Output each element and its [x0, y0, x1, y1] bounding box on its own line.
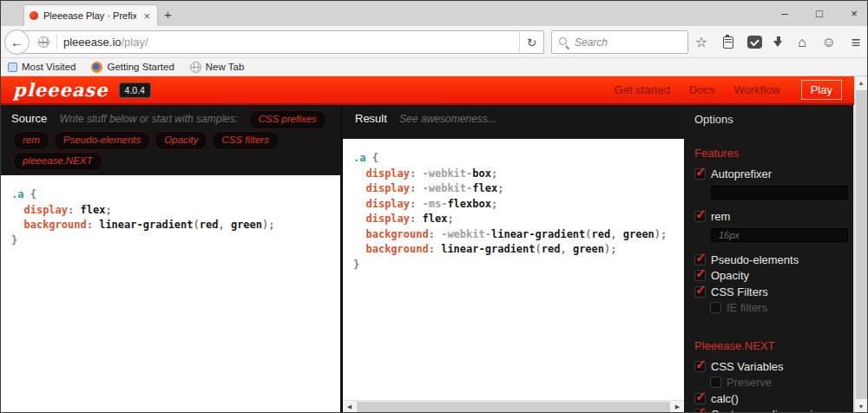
option-label: Pseudo-elements — [711, 253, 799, 266]
option-pseudo-elements[interactable]: ✓Pseudo-elements — [694, 252, 845, 268]
back-button[interactable]: ← — [4, 30, 30, 55]
check-icon: ✓ — [695, 390, 707, 403]
source-title: Source — [11, 112, 47, 125]
download-icon[interactable] — [773, 36, 783, 48]
options-groups: Features✓Autoprefixer✓rem✓Pseudo-element… — [694, 147, 845, 413]
url-bar[interactable]: pleeease.io/play/ ↻ — [18, 30, 544, 54]
code-line: display: -webkit-flex; — [353, 181, 684, 197]
page-vertical-scrollbar[interactable]: ▲ ▼ — [854, 76, 867, 413]
minimize-button[interactable]: – — [779, 7, 791, 20]
scrollbar-thumb[interactable] — [357, 402, 670, 413]
nav-link-docs[interactable]: Docs — [689, 83, 715, 96]
checkbox-autoprefixer[interactable]: ✓ — [694, 168, 706, 180]
scrollbar-thumb[interactable] — [856, 90, 867, 399]
code-line: .a { — [11, 187, 340, 203]
sample-rem[interactable]: rem — [13, 131, 49, 150]
source-panel: Source Write stuff below or start with s… — [1, 105, 343, 413]
new-tab-button[interactable]: + — [164, 8, 172, 21]
scroll-up-icon[interactable]: ▲ — [855, 76, 868, 89]
option-label: Custom media-queries — [711, 408, 825, 413]
result-horizontal-scrollbar[interactable]: ◀ ▶ — [343, 400, 684, 413]
result-code-view[interactable]: .a { display: -webkit-box; display: -web… — [343, 139, 684, 413]
url-path: /play/ — [122, 36, 148, 49]
sample-css-filters[interactable]: CSS filters — [212, 131, 278, 150]
site-header: pleeease 4.0.4 Get startedDocsWorkflow P… — [1, 76, 854, 105]
nav-link-get-started[interactable]: Get started — [615, 83, 670, 96]
option-label: rem — [711, 210, 730, 223]
code-line: background: -webkit-linear-gradient(red,… — [353, 227, 684, 243]
home-icon[interactable]: ⌂ — [794, 35, 810, 50]
result-panel: Result See awesomeness... .a { display: … — [343, 105, 684, 413]
bookmark-most-visited[interactable]: Most Visited — [8, 62, 76, 72]
firefox-icon — [91, 62, 102, 73]
bookmarks-clipboard-icon[interactable] — [723, 36, 733, 49]
play-nav-button[interactable]: Play — [801, 80, 842, 100]
menu-hamburger-icon[interactable]: ≡ — [848, 35, 864, 50]
checkbox-pseudo-elements[interactable]: ✓ — [694, 254, 706, 266]
result-title: Result — [355, 112, 387, 125]
sample-opacity[interactable]: Opacity — [155, 131, 207, 150]
search-input[interactable]: Search — [551, 30, 688, 54]
bookmark-star-icon[interactable]: ☆ — [694, 35, 709, 50]
most-visited-icon — [8, 62, 17, 72]
options-group-pleeease-next: Pleeease.NEXT✓CSS VariablesPreserve✓calc… — [694, 339, 845, 413]
option-css-filters[interactable]: ✓CSS Filters — [694, 284, 845, 300]
search-icon — [559, 37, 569, 48]
close-button[interactable]: × — [848, 7, 860, 20]
check-icon: ✓ — [695, 207, 707, 220]
check-icon: ✓ — [695, 357, 707, 370]
pleeease-logo[interactable]: pleeease — [13, 79, 108, 101]
option-label: Opacity — [711, 269, 749, 282]
checkbox-calc[interactable]: ✓ — [694, 393, 706, 404]
pleeease-app: pleeease 4.0.4 Get startedDocsWorkflow P… — [1, 76, 854, 413]
sample-pseudo-elements[interactable]: Pseudo-elements — [54, 131, 151, 150]
browser-tab[interactable]: Pleeease Play · Prefix CSS3... × — [23, 4, 158, 26]
smiley-icon[interactable]: ☺ — [821, 35, 837, 50]
bookmark-getting-started[interactable]: Getting Started — [91, 62, 174, 73]
bookmark-new-tab[interactable]: New Tab — [190, 62, 245, 73]
option-input-rem[interactable] — [711, 228, 848, 242]
checkbox-rem[interactable]: ✓ — [694, 211, 706, 222]
sample-pleeease-next[interactable]: pleeease.NEXT — [13, 152, 102, 171]
scroll-right-icon[interactable]: ▶ — [671, 403, 684, 410]
option-opacity[interactable]: ✓Opacity — [694, 268, 845, 285]
code-line: } — [11, 233, 340, 249]
reload-button[interactable]: ↻ — [519, 31, 543, 53]
nav-links: Get startedDocsWorkflow — [615, 83, 780, 96]
bookmarks-bar: Most Visited Getting Started New Tab — [1, 58, 867, 76]
source-code-editor[interactable]: .a { display: flex; background: linear-g… — [1, 175, 340, 413]
url-text[interactable]: pleeease.io/play/ — [63, 36, 148, 49]
option-css-variables[interactable]: ✓CSS Variables — [694, 358, 845, 375]
check-icon: ✓ — [695, 405, 707, 413]
checkbox-css-filters[interactable]: ✓ — [694, 286, 706, 298]
check-icon: ✓ — [695, 266, 707, 279]
option-label: CSS Filters — [711, 285, 768, 298]
code-line: background: linear-gradient(red, green); — [353, 242, 684, 258]
option-custom-media-queries[interactable]: ✓Custom media-queries — [694, 407, 845, 413]
version-badge: 4.0.4 — [119, 82, 151, 98]
bookmark-label: Most Visited — [22, 62, 76, 72]
maximize-button[interactable]: □ — [813, 7, 825, 20]
code-line: display: flex; — [353, 212, 684, 227]
favicon-icon — [30, 11, 38, 20]
options-heading-features: Features — [694, 147, 845, 160]
option-preserve[interactable]: Preserve — [710, 375, 845, 391]
sample-css-prefixes[interactable]: CSS prefixes — [249, 110, 326, 129]
scroll-down-icon[interactable]: ▼ — [855, 400, 868, 413]
tab-close-icon[interactable]: × — [141, 10, 152, 23]
option-rem[interactable]: ✓rem — [694, 209, 845, 226]
checkbox-custom-media-queries[interactable]: ✓ — [694, 409, 706, 413]
nav-link-workflow[interactable]: Workflow — [733, 83, 779, 96]
option-calc[interactable]: ✓calc() — [694, 390, 845, 407]
checkbox-ie-filters[interactable] — [710, 302, 721, 313]
checkbox-opacity[interactable]: ✓ — [694, 270, 706, 281]
checkbox-css-variables[interactable]: ✓ — [694, 361, 706, 372]
pocket-icon[interactable] — [747, 36, 762, 49]
option-autoprefixer[interactable]: ✓Autoprefixer — [694, 166, 845, 182]
option-ie-filters[interactable]: IE filters — [710, 300, 845, 317]
scroll-left-icon[interactable]: ◀ — [343, 403, 356, 410]
options-title: Options — [694, 113, 845, 126]
option-label: calc() — [711, 392, 739, 405]
checkbox-preserve[interactable] — [710, 377, 721, 388]
option-input-autoprefixer[interactable] — [711, 186, 848, 200]
